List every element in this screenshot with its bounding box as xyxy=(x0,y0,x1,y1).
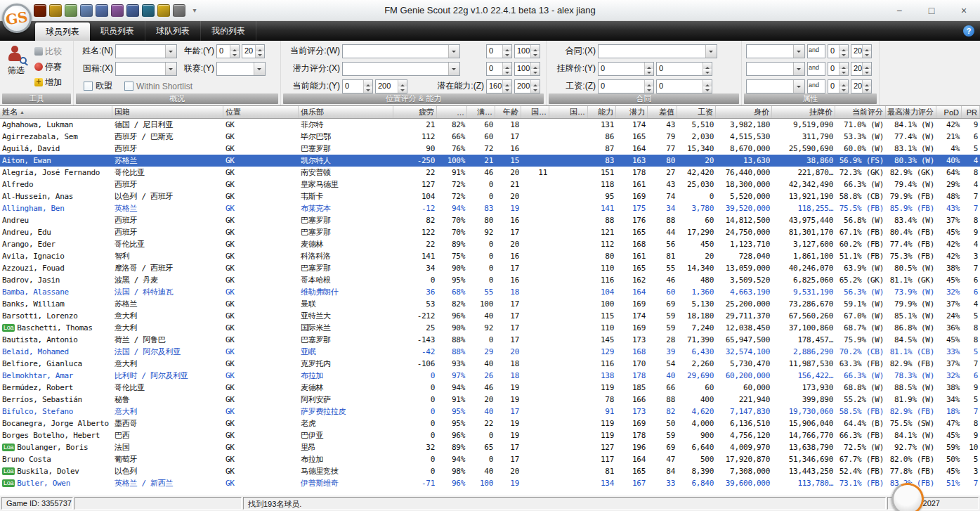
tab-player-list[interactable]: 球员列表 xyxy=(35,22,90,41)
tab-staff-list[interactable]: 职员列表 xyxy=(90,21,145,41)
column-header-rating[interactable]: 当前评分 xyxy=(835,106,886,118)
player-row[interactable]: Andreu, Edu西班牙GK巴塞罗那12270%92171211654417… xyxy=(0,226,980,238)
spinner-arrows-icon[interactable] xyxy=(644,63,653,75)
spinner-arrows-icon[interactable] xyxy=(530,80,540,93)
player-row[interactable]: Belfiore, Gianluca意大利GK克罗托内-10693%401811… xyxy=(0,358,980,370)
potential-rating-min-spinner[interactable]: 0 xyxy=(486,62,512,76)
attribute-min-spinner-3[interactable]: 0 xyxy=(828,79,849,93)
export-icon[interactable] xyxy=(65,4,77,17)
potential-ability-min-spinner[interactable]: 160 xyxy=(486,79,512,93)
spinner-arrows-icon[interactable] xyxy=(862,63,871,75)
player-search-icon[interactable] xyxy=(111,4,124,17)
maximize-button[interactable]: □ xyxy=(915,1,948,20)
club-search-icon[interactable] xyxy=(142,4,155,17)
chevron-down-icon[interactable] xyxy=(793,63,804,75)
current-ability-max-spinner[interactable]: 200 xyxy=(375,79,407,93)
name-filter-combo[interactable] xyxy=(115,44,177,58)
potential-ability-max-spinner[interactable]: 200 xyxy=(514,79,540,93)
spinner-arrows-icon[interactable] xyxy=(862,45,871,58)
current-rating-max-spinner[interactable]: 100 xyxy=(514,44,540,58)
close-button[interactable]: × xyxy=(948,1,980,20)
tab-team-list[interactable]: 球队列表 xyxy=(145,21,201,41)
player-row[interactable]: Bermúdez, Robert哥伦比亚GK麦德林094%46191191856… xyxy=(0,382,980,394)
spinner-arrows-icon[interactable] xyxy=(255,45,264,58)
column-header-ability[interactable]: 能力 xyxy=(588,106,616,118)
attribute-combo-2[interactable] xyxy=(746,62,805,76)
potential-rating-combo[interactable] xyxy=(342,62,460,76)
spinner-arrows-icon[interactable] xyxy=(644,80,653,93)
player-row[interactable]: LoaButler, Owen英格兰 / 新西兰GK伊普斯维奇-7196%100… xyxy=(0,477,980,489)
spinner-arrows-icon[interactable] xyxy=(839,45,848,58)
column-header-nation[interactable]: 国籍 xyxy=(112,106,223,118)
column-header-name[interactable]: 姓名▲ xyxy=(0,106,112,118)
eu-checkbox[interactable] xyxy=(84,82,93,91)
column-header-wage[interactable]: 工资 xyxy=(677,106,716,118)
wage-min-spinner[interactable]: 0 xyxy=(598,79,654,93)
attribute-min-spinner-2[interactable]: 0 xyxy=(828,62,849,76)
column-header-age[interactable]: 年龄 xyxy=(495,106,521,118)
attribute-op-combo-3[interactable]: and xyxy=(807,79,825,93)
attribute-combo-1[interactable] xyxy=(746,44,805,58)
current-ability-min-spinner[interactable]: 0 xyxy=(342,79,373,93)
player-row[interactable]: LoaBuskila, Dolev以色列GK马德里竞技098%402081165… xyxy=(0,465,980,477)
player-row[interactable]: Bamba, Alassane法国 / 科特迪瓦GK维勒弗朗什3668%5518… xyxy=(0,286,980,298)
chevron-down-icon[interactable] xyxy=(254,63,265,75)
attribute-max-spinner-1[interactable]: 20 xyxy=(851,44,872,58)
column-header-pos[interactable]: 位置 xyxy=(223,106,299,118)
player-row[interactable]: Bruno Costa葡萄牙GK布拉加094%0171171644750017,… xyxy=(0,453,980,465)
spinner-arrows-icon[interactable] xyxy=(530,63,540,75)
attribute-max-spinner-2[interactable]: 20 xyxy=(851,62,872,76)
player-row[interactable]: Allingham, Ben英格兰GK布莱克本-1294%83191411753… xyxy=(0,202,980,214)
player-row[interactable]: Alfredo西班牙GK皇家马德里12772%0211181614325,030… xyxy=(0,179,980,190)
spinner-arrows-icon[interactable] xyxy=(502,45,511,58)
column-header-pr[interactable]: PR xyxy=(962,106,980,118)
attribute-op-combo-2[interactable]: and xyxy=(807,62,825,76)
nation-filter-combo[interactable] xyxy=(115,62,177,76)
asking-min-spinner[interactable]: 0 xyxy=(598,62,654,76)
player-row[interactable]: LoaBaschetti, Thomas意大利GK国际米兰2590%921711… xyxy=(0,322,980,334)
player-row[interactable]: Aguilá, David西班牙GK巴塞罗那9076%7216871647715… xyxy=(0,143,980,155)
column-header-pod[interactable]: PoD xyxy=(936,106,962,118)
current-rating-combo[interactable] xyxy=(342,44,460,58)
add-button[interactable]: 增加 xyxy=(32,75,64,89)
spinner-arrows-icon[interactable] xyxy=(502,63,511,75)
player-row[interactable]: Andreu西班牙GK巴塞罗那8270%801688176886014,812,… xyxy=(0,214,980,226)
player-row[interactable]: Berríos, Sebastián秘鲁GK阿利安萨091%2019781668… xyxy=(0,394,980,406)
player-row[interactable]: Bautista, Antonio荷兰 / 阿鲁巴GK巴塞罗那-14388%01… xyxy=(0,334,980,346)
potential-rating-max-spinner[interactable]: 100 xyxy=(514,62,540,76)
spinner-arrows-icon[interactable] xyxy=(839,63,848,75)
attribute-combo-3[interactable] xyxy=(746,79,805,93)
chevron-down-icon[interactable] xyxy=(793,80,804,93)
column-header-value[interactable]: 身价 xyxy=(716,106,772,118)
column-header-natA[interactable]: 国… xyxy=(521,106,549,118)
column-header-cond[interactable]: … xyxy=(437,106,467,118)
print-icon[interactable] xyxy=(80,4,93,17)
attribute-op-combo-1[interactable]: and xyxy=(807,44,825,58)
current-rating-min-spinner[interactable]: 0 xyxy=(486,44,512,58)
load-database-icon[interactable] xyxy=(49,4,62,17)
spinner-arrows-icon[interactable] xyxy=(839,80,848,93)
column-header-potential[interactable]: 潜力 xyxy=(616,106,648,118)
player-row[interactable]: Agirrezabala, Sem西班牙 / 巴斯克GK毕尔巴鄂11266%60… xyxy=(0,131,980,143)
tab-my-list[interactable]: 我的列表 xyxy=(201,21,256,41)
age-min-spinner[interactable]: 0 xyxy=(216,44,240,58)
player-row[interactable]: Barsotti, Lorenzo意大利GK亚特兰大-21296%4017115… xyxy=(0,310,980,322)
column-header-maxrating[interactable]: 最高潜力评分 xyxy=(886,106,936,118)
column-header-morale[interactable]: 满… xyxy=(467,106,495,118)
column-header-club[interactable]: 俱乐部 xyxy=(299,106,393,118)
shortlist-checkbox[interactable] xyxy=(124,82,133,91)
rate-icon[interactable] xyxy=(157,4,170,17)
spinner-arrows-icon[interactable] xyxy=(398,80,407,93)
suspend-button[interactable]: 停赛 xyxy=(32,60,64,74)
staff-search-icon[interactable] xyxy=(126,4,139,17)
player-row[interactable]: Aghahowa, Lukman德国 / 尼日利亚GK菲尔特2182%60181… xyxy=(0,119,980,131)
page-search-icon[interactable] xyxy=(96,4,108,17)
settings-icon[interactable] xyxy=(173,4,185,17)
column-header-natB[interactable]: 国… xyxy=(549,106,588,118)
attribute-max-spinner-3[interactable]: 20 xyxy=(851,79,872,93)
column-header-gap[interactable]: 差值 xyxy=(648,106,677,118)
spinner-arrows-icon[interactable] xyxy=(230,45,239,58)
help-icon[interactable]: ? xyxy=(963,25,974,37)
player-row[interactable]: Arango, Eder哥伦比亚GK麦德林2289%02011216856450… xyxy=(0,238,980,250)
attribute-min-spinner-1[interactable]: 0 xyxy=(828,44,849,58)
